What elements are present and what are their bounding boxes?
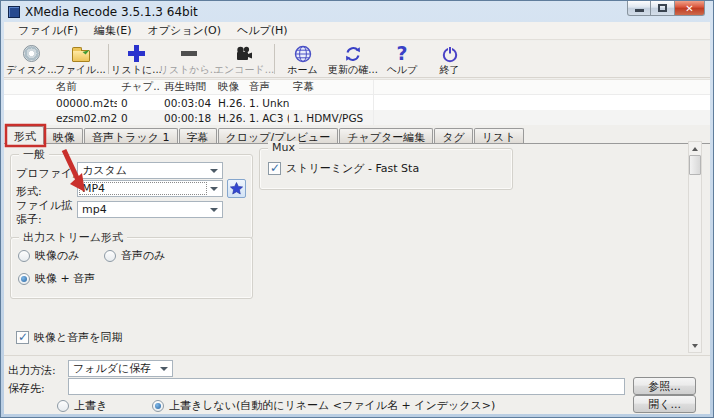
minus-icon bbox=[181, 44, 197, 63]
cell-duration: 00:00:18 bbox=[160, 112, 214, 124]
column-header-video[interactable]: 映像 bbox=[214, 80, 245, 94]
folder-icon bbox=[72, 44, 90, 63]
toolbar-exit-button[interactable]: 終了 bbox=[425, 41, 474, 77]
window-title: XMedia Recode 3.5.1.3 64bit bbox=[25, 5, 198, 19]
radio-icon bbox=[18, 250, 30, 262]
scroll-down-button[interactable] bbox=[689, 339, 701, 352]
chevron-down-icon bbox=[210, 208, 218, 212]
toolbar-check-update-button[interactable]: 更新の確... bbox=[327, 41, 379, 77]
column-header-audio[interactable]: 音声 bbox=[245, 80, 289, 94]
close-button[interactable]: ✕ bbox=[675, 1, 705, 16]
toolbar-remove-from-list-button: リストから... bbox=[161, 41, 217, 77]
destination-label: 保存先: bbox=[8, 381, 45, 396]
tab-list[interactable]: リスト bbox=[474, 128, 524, 144]
output-method-label: 出力方法: bbox=[8, 363, 56, 378]
file-list-header: 名前 チャプ... 再生時間 映像 音声 字幕 bbox=[4, 80, 710, 95]
tab-subtitle[interactable]: 字幕 bbox=[179, 128, 217, 144]
client-area: ファイル(F) 編集(E) オプション(O) ヘルプ(H) ディスク... ファ… bbox=[4, 22, 710, 414]
help-icon: ? bbox=[396, 44, 407, 63]
radio-icon bbox=[152, 400, 164, 412]
cell-chapters: 0 bbox=[117, 112, 160, 124]
radio-icon bbox=[57, 400, 69, 412]
caption-buttons: ✕ bbox=[627, 1, 705, 16]
toolbar-open-file-button[interactable]: ファイル... bbox=[56, 41, 105, 77]
sync-av-checkbox[interactable]: 映像と音声を同期 bbox=[16, 330, 123, 345]
scrollbar-thumb[interactable] bbox=[689, 155, 701, 175]
column-header-subtitle[interactable]: 字幕 bbox=[289, 80, 370, 94]
maximize-icon bbox=[658, 4, 667, 12]
toolbar-separator bbox=[274, 44, 275, 74]
toolbar-help-button[interactable]: ? ヘルプ bbox=[379, 41, 425, 77]
file-list: 名前 チャプ... 再生時間 映像 音声 字幕 00000.m2ts 0 00:… bbox=[4, 79, 710, 125]
toolbar-open-disc-button[interactable]: ディスク... bbox=[7, 41, 56, 77]
scroll-up-button[interactable] bbox=[689, 142, 701, 155]
menu-options[interactable]: オプション(O) bbox=[140, 22, 230, 39]
mux-group-title: Mux bbox=[268, 141, 299, 154]
vertical-scrollbar[interactable] bbox=[688, 141, 702, 353]
destination-input[interactable] bbox=[68, 378, 625, 395]
column-header-chapters[interactable]: チャプ... bbox=[117, 80, 160, 94]
tab-bar: 形式 映像 音声トラック 1 字幕 クロップ/プレビュー チャプター編集 タグ … bbox=[6, 126, 710, 144]
toolbar-encode-button: エンコード... bbox=[217, 41, 271, 77]
toolbar-separator bbox=[108, 44, 109, 74]
format-select[interactable]: MP4 bbox=[77, 180, 223, 197]
column-header-name[interactable]: 名前 bbox=[52, 80, 117, 94]
cell-duration: 00:03:04 bbox=[160, 97, 214, 109]
minimize-button[interactable] bbox=[627, 1, 651, 16]
radio-icon bbox=[104, 250, 116, 262]
output-stream-groupbox: 出力ストリーム形式 bbox=[10, 237, 253, 299]
format-label: 形式: bbox=[16, 184, 42, 199]
menu-bar: ファイル(F) 編集(E) オプション(O) ヘルプ(H) bbox=[4, 22, 710, 40]
checkbox-icon bbox=[268, 162, 281, 175]
maximize-button[interactable] bbox=[651, 1, 675, 16]
tab-tags[interactable]: タグ bbox=[434, 128, 473, 144]
cell-name: 00000.m2ts bbox=[52, 97, 117, 109]
power-icon bbox=[441, 44, 459, 63]
radio-video-audio[interactable]: 映像 + 音声 bbox=[18, 271, 95, 286]
menu-help[interactable]: ヘルプ(H) bbox=[229, 22, 296, 39]
toolbar-home-button[interactable]: ホーム bbox=[278, 41, 327, 77]
radio-audio-only[interactable]: 音声のみ bbox=[104, 248, 166, 263]
divider bbox=[4, 355, 710, 356]
table-row[interactable]: 00000.m2ts 0 00:03:04 H.26... 1. Unknow.… bbox=[4, 95, 710, 110]
column-header-duration[interactable]: 再生時間 bbox=[160, 80, 214, 94]
general-group-title: 一般 bbox=[19, 147, 49, 162]
browse-button[interactable]: 参照... bbox=[633, 377, 696, 395]
output-method-select[interactable]: フォルダに保存 bbox=[68, 360, 173, 377]
open-button[interactable]: 開く... bbox=[633, 395, 696, 413]
tab-video[interactable]: 映像 bbox=[45, 128, 83, 144]
encode-camera-icon bbox=[235, 44, 253, 63]
file-extension-label: ファイル拡張子: bbox=[16, 199, 78, 227]
chevron-down-icon bbox=[210, 187, 218, 191]
menu-file[interactable]: ファイル(F) bbox=[10, 22, 86, 39]
tab-format[interactable]: 形式 bbox=[6, 126, 44, 144]
menu-edit[interactable]: 編集(E) bbox=[86, 22, 140, 39]
radio-icon bbox=[18, 273, 30, 285]
table-row[interactable]: ezsm02.m2ts 0 00:00:18 H.26... 1. AC3 (D… bbox=[4, 110, 710, 125]
arrow-down-icon bbox=[692, 344, 698, 348]
radio-no-overwrite[interactable]: 上書きしない(自動的にリネーム <ファイル名 + インデックス>) bbox=[152, 398, 495, 413]
cell-audio: 1. AC3 (Dol... bbox=[245, 112, 289, 124]
refresh-icon bbox=[344, 44, 362, 63]
streaming-faststart-checkbox[interactable]: ストリーミング - Fast Sta bbox=[268, 161, 419, 176]
profile-select[interactable]: カスタム bbox=[77, 162, 223, 179]
star-icon bbox=[230, 182, 243, 195]
checkbox-icon bbox=[16, 331, 29, 344]
tab-chapter-edit[interactable]: チャプター編集 bbox=[339, 128, 433, 144]
chevron-down-icon bbox=[210, 169, 218, 173]
arrow-up-icon bbox=[692, 147, 698, 151]
format-tab-page: 一般 プロファイル: カスタム 形式: MP4 ファイル拡張子: mp4 bbox=[4, 143, 710, 354]
cell-subtitle: 1. HDMV/PGS bbox=[289, 112, 370, 124]
radio-video-only[interactable]: 映像のみ bbox=[18, 248, 80, 263]
plus-icon bbox=[128, 44, 145, 63]
cell-audio: 1. Unknow... bbox=[245, 97, 289, 109]
toolbar-add-to-list-button[interactable]: リストに... bbox=[112, 41, 161, 77]
tab-audio-track-1[interactable]: 音声トラック 1 bbox=[84, 128, 178, 144]
cell-video: H.26... bbox=[214, 112, 245, 124]
file-extension-select[interactable]: mp4 bbox=[77, 201, 223, 218]
globe-icon bbox=[294, 44, 312, 63]
favorite-format-button[interactable] bbox=[227, 179, 246, 198]
cell-name: ezsm02.m2ts bbox=[52, 112, 117, 124]
radio-overwrite[interactable]: 上書き bbox=[57, 398, 107, 413]
app-window: XMedia Recode 3.5.1.3 64bit ✕ ファイル(F) 編集… bbox=[0, 0, 714, 418]
